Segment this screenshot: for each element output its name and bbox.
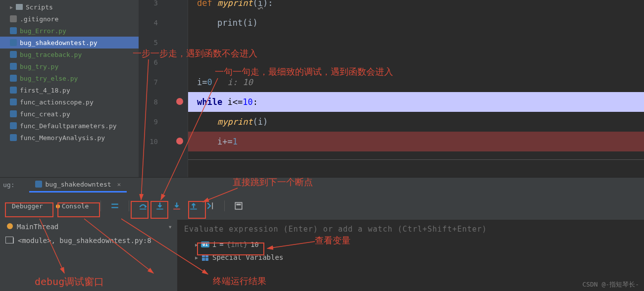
tree-item-label: bug_traceback.py: [20, 51, 82, 58]
step-over-button[interactable]: [136, 199, 150, 213]
python-file-icon: [10, 39, 17, 46]
special-variables-row[interactable]: ▶ Special Variables: [184, 253, 637, 261]
python-file-icon: [10, 63, 17, 70]
tree-item-label: bug_try_else.py: [20, 75, 78, 82]
run-config-name: bug_shakedowntest: [45, 181, 111, 188]
tree-item-label: func_actionscope.py: [20, 98, 94, 106]
tree-item-func-defaultparameters[interactable]: func_Defaultparameters.py: [0, 120, 139, 132]
file-icon: [10, 15, 17, 22]
tree-item-label: bug_shakedowntest.py: [20, 39, 98, 47]
svg-rect-0: [112, 204, 119, 205]
breakpoint-icon[interactable]: [176, 138, 183, 145]
svg-rect-6: [212, 202, 213, 209]
tree-item-bug-error[interactable]: bug_Error.py: [0, 25, 139, 37]
special-variables-icon: [202, 254, 208, 261]
step-into-button[interactable]: [153, 199, 167, 213]
svg-rect-8: [237, 204, 241, 205]
tree-item-label: .gitignore: [20, 15, 58, 23]
line-number: 5: [143, 33, 158, 52]
step-into-my-code-button[interactable]: [170, 199, 184, 213]
tree-item-bug-traceback[interactable]: bug_traceback.py: [0, 48, 139, 60]
variable-value: 10: [250, 241, 259, 248]
tree-folder-label: Scripts: [26, 3, 53, 11]
chevron-right-icon[interactable]: ▶: [195, 255, 198, 260]
thread-row[interactable]: MainThread ▾: [0, 220, 177, 234]
thread-status-icon: [7, 223, 13, 229]
code-line-4: print(i): [188, 13, 644, 33]
code-line-8-current: while i<=10:: [188, 92, 644, 112]
svg-rect-3: [157, 209, 164, 210]
svg-rect-1: [112, 207, 119, 208]
folder-icon: [16, 4, 23, 10]
chevron-right-icon[interactable]: ▶: [195, 242, 198, 247]
debug-run-config-tab[interactable]: bug_shakedowntest ×: [29, 178, 127, 193]
tab-console[interactable]: Console: [51, 200, 94, 212]
close-icon[interactable]: ×: [117, 181, 121, 188]
variables-panel: Evaluate expression (Enter) or add a wat…: [177, 220, 644, 291]
stack-frame-label: <module>, bug_shakedowntest.py:8: [18, 237, 151, 244]
variable-type-badge-icon: 01: [201, 242, 209, 247]
tree-item-gitignore[interactable]: .gitignore: [0, 13, 139, 25]
tree-item-first-4-18[interactable]: first_4_18.py: [0, 84, 139, 96]
tree-item-label: bug_try.py: [20, 63, 58, 70]
tab-debugger[interactable]: Debugger: [7, 200, 48, 212]
chevron-down-icon[interactable]: ▾: [168, 223, 172, 231]
line-number: 8: [143, 92, 158, 112]
line-number: 3: [143, 0, 158, 13]
code-line-9: myprint(i): [188, 112, 644, 132]
code-editor[interactable]: 3 4 5 6 7 8 9 10 def myprint(i): print(i…: [139, 0, 644, 177]
evaluate-expression-button[interactable]: [232, 199, 246, 213]
code-line-10-breakpoint: i+=1: [188, 132, 644, 151]
python-file-icon: [35, 181, 42, 188]
console-indicator-icon: [56, 204, 60, 208]
thread-name: MainThread: [17, 223, 58, 231]
debug-panel-body: MainThread ▾ <module>, bug_shakedowntest…: [0, 220, 644, 291]
watermark: CSDN @-指短琴长-: [582, 280, 639, 289]
step-out-button[interactable]: [187, 199, 200, 213]
stack-frame-row[interactable]: <module>, bug_shakedowntest.py:8: [0, 234, 177, 247]
python-file-icon: [10, 98, 17, 105]
debug-window-tabbar: ug: bug_shakedowntest ×: [0, 177, 644, 192]
svg-rect-7: [236, 202, 243, 209]
python-file-icon: [10, 87, 17, 94]
line-number: 9: [143, 112, 158, 132]
line-number: 6: [143, 52, 158, 72]
tree-item-label: func_Defaultparameters.py: [20, 122, 117, 130]
evaluate-expression-input[interactable]: Evaluate expression (Enter) or add a wat…: [184, 225, 637, 234]
python-file-icon: [10, 75, 17, 82]
debug-toolbar: Debugger Console: [0, 192, 644, 220]
svg-rect-5: [191, 209, 198, 210]
line-number: 7: [143, 72, 158, 92]
code-area[interactable]: def myprint(i): print(i) i=0 i: 10 while…: [188, 0, 644, 177]
python-file-icon: [10, 110, 17, 117]
tree-item-bug-try[interactable]: bug_try.py: [0, 60, 139, 72]
tree-item-bug-shakedowntest[interactable]: bug_shakedowntest.py: [0, 37, 139, 48]
tree-item-func-creat[interactable]: func_creat.py: [0, 108, 139, 120]
tree-item-label: bug_Error.py: [20, 27, 66, 35]
python-file-icon: [10, 134, 17, 141]
tree-folder-scripts[interactable]: ▶ Scripts: [0, 1, 139, 13]
tree-item-bug-try-else[interactable]: bug_try_else.py: [0, 72, 139, 84]
python-file-icon: [10, 27, 17, 34]
line-number: 10: [143, 132, 158, 151]
run-to-cursor-button[interactable]: [203, 199, 217, 213]
tree-item-label: first_4_18.py: [20, 87, 70, 94]
breakpoint-icon[interactable]: [176, 98, 183, 105]
chevron-right-icon: ▶: [10, 4, 13, 10]
python-file-icon: [10, 122, 17, 129]
tree-item-func-memoryanalysis[interactable]: func_MemoryAnalysis.py: [0, 132, 139, 144]
variable-name: i: [212, 241, 216, 248]
svg-rect-4: [174, 209, 181, 210]
editor-gutter: 3 4 5 6 7 8 9 10: [139, 0, 188, 177]
tree-item-label: func_creat.py: [20, 110, 70, 118]
threads-button[interactable]: [108, 199, 122, 213]
code-line-3: def myprint(i):: [188, 0, 644, 13]
project-tree: ▶ Scripts .gitignore bug_Error.py bug_sh…: [0, 0, 139, 177]
variable-row-i[interactable]: ▶ 01 i = {int} 10: [184, 241, 637, 248]
stack-frame-icon: [7, 238, 14, 243]
python-file-icon: [10, 51, 17, 58]
tree-item-func-actionscope[interactable]: func_actionscope.py: [0, 96, 139, 108]
svg-rect-2: [140, 209, 147, 210]
line-number: 4: [143, 13, 158, 33]
debug-label: ug:: [3, 181, 14, 189]
